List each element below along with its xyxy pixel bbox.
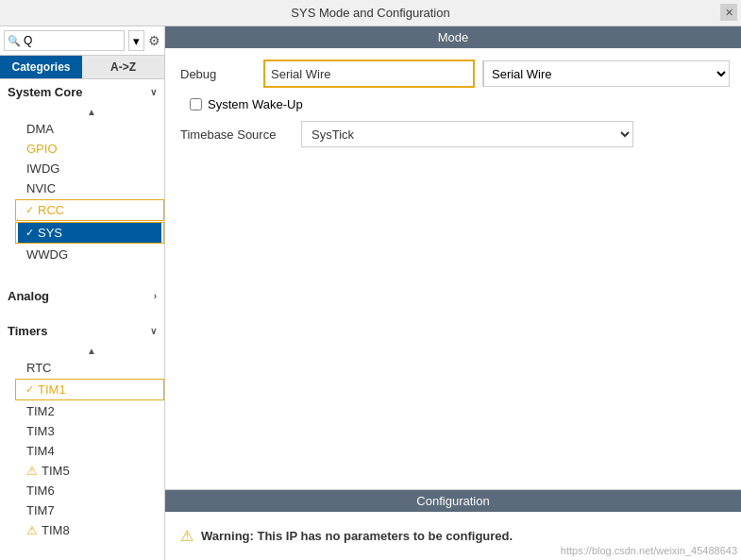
timebase-row: Timebase Source SysTick — [180, 121, 726, 147]
tim1-check-icon: ✓ — [25, 383, 34, 396]
system-core-items: ▲ DMA GPIO IWDG NVIC — [0, 105, 164, 264]
analog-label: Analog — [8, 289, 49, 303]
analog-chevron: › — [154, 291, 157, 301]
nvic-label: NVIC — [26, 181, 56, 195]
configuration-header: Configuration — [165, 490, 741, 512]
debug-label: Debug — [180, 67, 256, 81]
mode-content: Debug Serial Wire System Wak — [165, 48, 741, 489]
tab-categories[interactable]: Categories — [0, 56, 82, 78]
dma-label: DMA — [26, 122, 54, 136]
wwdg-label: WWDG — [26, 247, 68, 262]
sidebar-item-tim1[interactable]: ✓ TIM1 — [18, 380, 161, 399]
search-icon: 🔍 — [5, 35, 24, 47]
search-bar: 🔍 ▾ ⚙ — [0, 26, 164, 56]
tim6-label: TIM6 — [26, 484, 55, 498]
timebase-select[interactable]: SysTick — [302, 122, 632, 146]
scroll-up-arrow[interactable]: ▲ — [19, 105, 164, 119]
sidebar: 🔍 ▾ ⚙ Categories A->Z System Core ∨ — [0, 26, 165, 560]
tab-atoz[interactable]: A->Z — [82, 56, 164, 78]
right-panel: Mode Debug Serial Wire — [165, 26, 741, 560]
system-wakeup-row: System Wake-Up — [180, 97, 726, 111]
sidebar-scroll-area: System Core ∨ ▲ DMA GPIO IWDG — [0, 79, 164, 560]
system-wakeup-label: System Wake-Up — [208, 97, 303, 111]
sidebar-item-iwdg[interactable]: IWDG — [19, 159, 164, 178]
system-wakeup-checkbox[interactable] — [190, 98, 202, 110]
debug-text-input[interactable] — [265, 61, 473, 86]
system-core-label: System Core — [8, 85, 82, 99]
watermark: https://blog.csdn.net/weixin_45488643 — [561, 545, 737, 556]
sidebar-item-tim8[interactable]: ⚠ TIM8 — [19, 520, 164, 540]
sys-label: SYS — [38, 226, 62, 240]
tim5-warning-icon: ⚠ — [26, 464, 38, 478]
debug-field-wrapper — [263, 59, 475, 88]
rcc-label: RCC — [38, 203, 64, 217]
sidebar-item-tim6[interactable]: TIM6 — [19, 481, 164, 501]
sidebar-item-sys[interactable]: ✓ SYS — [18, 223, 161, 243]
config-warning-icon: ⚠ — [180, 527, 194, 545]
system-core-chevron: ∨ — [150, 87, 157, 97]
gpio-label: GPIO — [26, 142, 58, 156]
timers-scroll-up[interactable]: ▲ — [19, 344, 164, 358]
tim8-label: TIM8 — [42, 523, 70, 537]
tim1-box: ✓ TIM1 — [15, 379, 164, 400]
tim4-label: TIM4 — [26, 444, 55, 458]
timebase-label: Timebase Source — [180, 127, 294, 142]
debug-row: Debug Serial Wire — [180, 59, 726, 88]
dropdown-arrow-icon: ▾ — [133, 34, 140, 48]
iwdg-label: IWDG — [26, 161, 59, 176]
tim1-label: TIM1 — [38, 382, 66, 397]
sidebar-item-dma[interactable]: DMA — [19, 119, 164, 139]
timers-label: Timers — [8, 324, 47, 338]
config-warning-text: Warning: This IP has no parameters to be… — [201, 529, 513, 543]
window-title: SYS Mode and Configuration — [291, 6, 449, 20]
gear-icon[interactable]: ⚙ — [148, 33, 160, 48]
mode-section: Mode Debug Serial Wire — [165, 26, 741, 489]
sidebar-item-tim5[interactable]: ⚠ TIM5 — [19, 461, 164, 481]
close-button[interactable]: ✕ — [720, 4, 737, 21]
sidebar-item-tim7[interactable]: TIM7 — [19, 501, 164, 520]
timers-header[interactable]: Timers ∨ — [0, 318, 164, 344]
search-input[interactable] — [24, 31, 124, 50]
tim8-warning-icon: ⚠ — [26, 523, 38, 537]
tim2-label: TIM2 — [26, 404, 55, 418]
sys-box: ✓ SYS — [15, 222, 164, 244]
tim7-label: TIM7 — [26, 503, 55, 518]
sidebar-item-wwdg[interactable]: WWDG — [19, 245, 164, 264]
sidebar-item-tim4[interactable]: TIM4 — [19, 441, 164, 461]
sidebar-tabs: Categories A->Z — [0, 56, 164, 79]
search-wrapper: 🔍 — [4, 30, 125, 51]
sidebar-item-rcc[interactable]: ✓ RCC — [18, 200, 161, 220]
sidebar-item-rtc[interactable]: RTC — [19, 358, 164, 378]
rcc-check-icon: ✓ — [25, 204, 34, 216]
sidebar-item-tim3[interactable]: TIM3 — [19, 421, 164, 441]
search-dropdown[interactable]: ▾ — [128, 30, 144, 51]
mode-header: Mode — [165, 26, 741, 48]
timers-items: ▲ RTC ✓ TIM1 TIM2 — [0, 344, 164, 540]
sidebar-item-gpio[interactable]: GPIO — [19, 139, 164, 159]
sidebar-item-tim2[interactable]: TIM2 — [19, 401, 164, 421]
rtc-label: RTC — [26, 361, 51, 375]
top-bar: SYS Mode and Configuration ✕ — [0, 0, 741, 26]
debug-dropdown[interactable]: Serial Wire — [483, 61, 729, 86]
timebase-select-wrapper: SysTick — [301, 121, 633, 147]
analog-header[interactable]: Analog › — [0, 283, 164, 309]
tim3-label: TIM3 — [26, 424, 55, 438]
timers-chevron: ∨ — [150, 326, 157, 336]
sys-check-icon: ✓ — [25, 227, 34, 239]
tim5-label: TIM5 — [42, 464, 70, 478]
sidebar-item-nvic[interactable]: NVIC — [19, 178, 164, 198]
rcc-box: ✓ RCC — [15, 199, 164, 221]
system-core-header[interactable]: System Core ∨ — [0, 79, 164, 105]
